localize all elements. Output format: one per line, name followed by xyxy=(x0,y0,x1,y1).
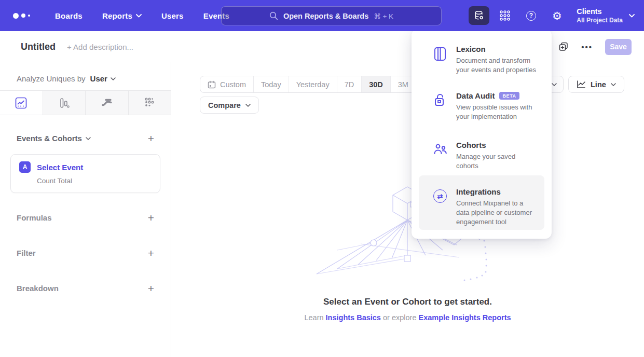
empty-state-title: Select an Event or Cohort to get started… xyxy=(171,297,644,307)
breakdown-section: Breakdown + xyxy=(0,283,171,294)
tab-metric-chart[interactable] xyxy=(128,91,171,115)
chevron-down-icon xyxy=(136,14,142,18)
empty-state-links: Learn Insights Basics or explore Example… xyxy=(171,313,644,322)
formulas-section: Formulas + xyxy=(0,212,171,223)
filter-header: Filter xyxy=(17,249,36,257)
apps-grid-button[interactable] xyxy=(495,6,515,25)
tab-bar-chart[interactable] xyxy=(43,91,86,115)
date-range-7d[interactable]: 7D xyxy=(337,76,362,92)
date-range-custom[interactable]: Custom xyxy=(200,76,253,92)
search-input[interactable]: Open Reports & Boards ⌘ + K xyxy=(221,6,442,25)
report-description-placeholder[interactable]: + Add description... xyxy=(67,43,133,51)
more-options-button[interactable]: ••• xyxy=(581,43,593,51)
menu-item-title: Data Audit BETA xyxy=(456,91,538,100)
help-button[interactable]: ? xyxy=(520,6,541,25)
top-navbar: Boards Reports Users Events Open Reports… xyxy=(0,0,644,31)
save-button[interactable]: Save xyxy=(605,39,632,55)
date-range-30d[interactable]: 30D xyxy=(361,76,390,92)
events-cohorts-section: Events & Cohorts + xyxy=(0,133,171,144)
lexicon-book-icon xyxy=(433,47,447,61)
date-range-today[interactable]: Today xyxy=(253,76,289,92)
nav-item-reports[interactable]: Reports xyxy=(102,11,142,20)
add-filter-button[interactable]: + xyxy=(148,248,154,258)
date-range-custom-label: Custom xyxy=(220,80,246,89)
add-breakdown-button[interactable]: + xyxy=(148,283,154,294)
event-letter-badge: A xyxy=(19,161,31,173)
database-gear-icon xyxy=(473,10,485,21)
add-formula-button[interactable]: + xyxy=(148,212,154,223)
mixpanel-logo-icon[interactable] xyxy=(13,13,36,19)
breakdown-header: Breakdown xyxy=(17,284,59,293)
nav-item-users[interactable]: Users xyxy=(161,11,184,20)
chart-area: Custom Today Yesterday 7D 30D 3M 6M Comp… xyxy=(171,62,644,357)
example-insights-reports-link[interactable]: Example Insights Reports xyxy=(418,313,511,322)
chevron-down-icon xyxy=(611,83,616,86)
event-row-card[interactable]: A Select Event Count Total xyxy=(10,154,160,193)
report-title[interactable]: Untitled xyxy=(21,42,56,52)
bar-chart-icon xyxy=(58,97,70,109)
chevron-down-icon xyxy=(86,137,91,140)
grid-dots-icon xyxy=(499,10,511,21)
chevron-down-icon xyxy=(552,83,557,86)
menu-item-data-audit[interactable]: Data Audit BETA View possible issues wit… xyxy=(412,91,552,121)
menu-item-description: Manage your saved cohorts xyxy=(456,152,538,171)
formulas-header: Formulas xyxy=(17,213,52,222)
filter-section: Filter + xyxy=(0,248,171,258)
project-name: Clients xyxy=(577,7,623,16)
settings-button[interactable]: ⚙ xyxy=(546,6,567,25)
query-builder-sidebar: Analyze Uniques by User xyxy=(0,62,171,357)
nav-item-boards[interactable]: Boards xyxy=(55,11,83,20)
analyze-value-dropdown[interactable]: User xyxy=(90,74,116,83)
chevron-down-icon xyxy=(111,77,116,80)
learn-prefix: Learn xyxy=(304,313,323,322)
or-explore-text: or explore xyxy=(383,313,416,322)
menu-item-description: Document and transform your events and p… xyxy=(456,56,538,75)
integrations-sync-icon: ⇄ xyxy=(433,189,447,203)
analyze-label: Analyze Uniques by xyxy=(17,74,86,83)
data-management-menu: Lexicon Document and transform your even… xyxy=(412,29,552,239)
beta-badge: BETA xyxy=(499,92,519,100)
search-shortcut: ⌘ + K xyxy=(374,12,393,20)
project-switcher[interactable]: Clients All Project Data xyxy=(577,7,635,24)
chart-type-tabs xyxy=(0,90,171,115)
menu-item-title: Lexicon xyxy=(456,45,538,53)
line-chart-mini-icon xyxy=(577,80,586,89)
project-scope: All Project Data xyxy=(577,17,623,24)
menu-item-title: Cohorts xyxy=(456,141,538,149)
analyze-uniques-row: Analyze Uniques by User xyxy=(0,62,171,90)
gear-icon: ⚙ xyxy=(552,10,562,21)
event-aggregation[interactable]: Count Total xyxy=(37,177,152,185)
events-cohorts-header[interactable]: Events & Cohorts xyxy=(17,134,91,143)
add-event-button[interactable]: + xyxy=(148,133,154,144)
nav-links: Boards Reports Users Events xyxy=(55,11,229,20)
help-icon: ? xyxy=(526,11,536,21)
data-management-button[interactable] xyxy=(469,6,489,25)
calendar-icon xyxy=(208,80,216,89)
menu-item-description: Connect Mixpanel to a data pipeline or c… xyxy=(456,199,538,227)
menu-item-cohorts[interactable]: Cohorts Manage your saved cohorts xyxy=(412,141,552,171)
duplicate-report-button[interactable] xyxy=(558,42,569,52)
search-icon xyxy=(269,11,278,20)
nav-item-reports-label: Reports xyxy=(102,11,132,20)
menu-item-integrations[interactable]: ⇄ Integrations Connect Mixpanel to a dat… xyxy=(412,187,552,227)
date-range-picker: Custom Today Yesterday 7D 30D 3M 6M xyxy=(200,76,442,93)
insights-basics-link[interactable]: Insights Basics xyxy=(326,313,381,322)
analyze-value: User xyxy=(90,74,107,83)
tab-line-chart[interactable] xyxy=(0,91,43,115)
chevron-down-icon xyxy=(629,14,635,18)
chevron-down-icon xyxy=(245,104,251,107)
tab-flow-chart[interactable] xyxy=(85,91,128,115)
chart-type-label: Line xyxy=(591,80,606,89)
select-event-button[interactable]: Select Event xyxy=(37,163,83,172)
menu-item-description: View possible issues with your implement… xyxy=(456,103,538,121)
menu-item-title: Integrations xyxy=(456,187,538,196)
duplicate-icon xyxy=(558,42,569,52)
nav-right-actions: ? ⚙ Clients All Project Data xyxy=(469,0,635,31)
menu-item-lexicon[interactable]: Lexicon Document and transform your even… xyxy=(412,45,552,75)
compare-dropdown[interactable]: Compare xyxy=(200,97,259,114)
cohorts-people-icon xyxy=(433,143,448,156)
compare-label: Compare xyxy=(208,101,241,109)
chart-type-dropdown[interactable]: Line xyxy=(568,76,624,93)
events-cohorts-label: Events & Cohorts xyxy=(17,134,82,143)
date-range-yesterday[interactable]: Yesterday xyxy=(289,76,337,92)
